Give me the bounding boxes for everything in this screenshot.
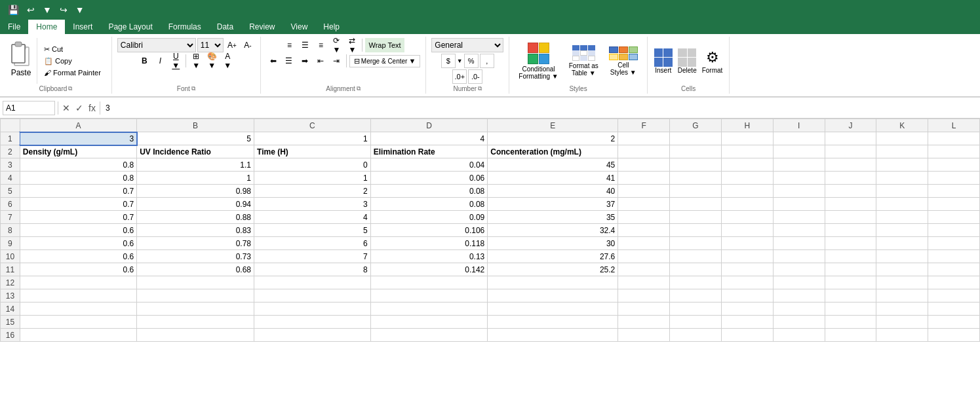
table-cell[interactable]: [876, 158, 928, 172]
table-cell[interactable]: 0.8: [20, 158, 136, 172]
table-cell[interactable]: [773, 263, 825, 276]
table-cell[interactable]: 0.09: [370, 211, 488, 224]
table-cell[interactable]: [488, 329, 618, 342]
tab-insert[interactable]: Insert: [65, 20, 100, 34]
table-cell[interactable]: [825, 316, 876, 329]
table-cell[interactable]: [825, 145, 876, 158]
table-cell[interactable]: 0.04: [370, 158, 488, 172]
table-cell[interactable]: [721, 237, 773, 250]
table-cell[interactable]: 2: [254, 185, 371, 198]
table-cell[interactable]: [825, 250, 876, 263]
row-header-10[interactable]: 10: [1, 250, 20, 263]
table-cell[interactable]: [137, 289, 254, 303]
table-cell[interactable]: 4: [370, 132, 488, 145]
table-cell[interactable]: [721, 316, 773, 329]
table-cell[interactable]: [618, 303, 670, 316]
border-button[interactable]: ⊞ ▼: [189, 54, 203, 68]
format-button[interactable]: ⚙ Format: [701, 47, 724, 75]
table-cell[interactable]: [254, 303, 371, 316]
font-label[interactable]: Font ⧉: [117, 85, 255, 92]
table-cell[interactable]: [928, 145, 980, 158]
table-cell[interactable]: [825, 263, 876, 276]
row-header-1[interactable]: 1: [1, 132, 20, 145]
table-cell[interactable]: [773, 276, 825, 289]
italic-button[interactable]: I: [153, 54, 167, 68]
table-cell[interactable]: 25.2: [488, 263, 618, 276]
cancel-icon[interactable]: ✕: [61, 101, 71, 115]
table-cell[interactable]: [773, 289, 825, 303]
table-cell[interactable]: [773, 224, 825, 237]
undo-dropdown[interactable]: ▼: [40, 3, 54, 16]
table-cell[interactable]: [825, 172, 876, 185]
row-header-15[interactable]: 15: [1, 316, 20, 329]
table-cell[interactable]: [670, 198, 722, 211]
table-cell[interactable]: [20, 329, 136, 342]
tab-help[interactable]: Help: [315, 20, 347, 34]
table-cell[interactable]: [20, 276, 136, 289]
table-cell[interactable]: [618, 263, 670, 276]
table-cell[interactable]: [721, 158, 773, 172]
row-header-2[interactable]: 2: [1, 145, 20, 158]
table-cell[interactable]: [928, 211, 980, 224]
table-cell[interactable]: [825, 198, 876, 211]
table-cell[interactable]: [825, 276, 876, 289]
bold-button[interactable]: B: [137, 54, 151, 68]
table-cell[interactable]: [928, 172, 980, 185]
table-cell[interactable]: [773, 185, 825, 198]
col-header-K[interactable]: K: [876, 119, 928, 132]
table-cell[interactable]: 0.8: [20, 172, 136, 185]
table-cell[interactable]: [876, 250, 928, 263]
table-cell[interactable]: [618, 237, 670, 250]
format-painter-button[interactable]: 🖌 Format Painter: [41, 67, 104, 78]
table-cell[interactable]: [254, 276, 371, 289]
row-header-12[interactable]: 12: [1, 276, 20, 289]
table-cell[interactable]: UV Incidence Ratio: [137, 145, 254, 158]
table-cell[interactable]: 1: [254, 132, 371, 145]
table-cell[interactable]: [670, 276, 722, 289]
table-cell[interactable]: [254, 329, 371, 342]
table-cell[interactable]: [670, 303, 722, 316]
table-cell[interactable]: [825, 211, 876, 224]
table-cell[interactable]: 0.88: [137, 211, 254, 224]
table-cell[interactable]: [670, 172, 722, 185]
table-cell[interactable]: [618, 158, 670, 172]
table-cell[interactable]: [928, 185, 980, 198]
row-header-8[interactable]: 8: [1, 224, 20, 237]
row-header-16[interactable]: 16: [1, 329, 20, 342]
table-cell[interactable]: [928, 329, 980, 342]
col-header-G[interactable]: G: [670, 119, 722, 132]
comma-button[interactable]: ,: [480, 54, 494, 68]
table-cell[interactable]: [670, 250, 722, 263]
table-cell[interactable]: [928, 198, 980, 211]
align-top-right-button[interactable]: ≡: [313, 38, 328, 52]
font-expand-icon[interactable]: ⧉: [191, 85, 195, 92]
insert-button[interactable]: Insert: [653, 47, 674, 75]
table-cell[interactable]: 3: [20, 132, 136, 145]
align-left-button[interactable]: ⬅: [266, 54, 281, 68]
col-header-H[interactable]: H: [721, 119, 773, 132]
table-cell[interactable]: 40: [488, 185, 618, 198]
col-header-C[interactable]: C: [254, 119, 371, 132]
clipboard-expand-icon[interactable]: ⧉: [68, 85, 72, 92]
table-cell[interactable]: [928, 289, 980, 303]
table-cell[interactable]: [825, 303, 876, 316]
table-cell[interactable]: [773, 237, 825, 250]
table-cell[interactable]: [825, 132, 876, 145]
increase-decimal-button[interactable]: .0+: [452, 69, 467, 84]
percent-button[interactable]: %: [464, 54, 479, 68]
table-cell[interactable]: [670, 263, 722, 276]
align-center-button[interactable]: ☰: [282, 54, 296, 68]
table-cell[interactable]: 0.7: [20, 198, 136, 211]
table-cell[interactable]: [254, 289, 371, 303]
table-cell[interactable]: [254, 316, 371, 329]
table-cell[interactable]: [618, 289, 670, 303]
table-cell[interactable]: [876, 289, 928, 303]
table-cell[interactable]: [618, 172, 670, 185]
table-cell[interactable]: 27.6: [488, 250, 618, 263]
table-cell[interactable]: [670, 158, 722, 172]
save-button[interactable]: 💾: [5, 3, 22, 16]
number-expand-icon[interactable]: ⧉: [478, 85, 482, 92]
row-header-7[interactable]: 7: [1, 211, 20, 224]
table-cell[interactable]: [670, 132, 722, 145]
tab-file[interactable]: File: [0, 20, 28, 34]
